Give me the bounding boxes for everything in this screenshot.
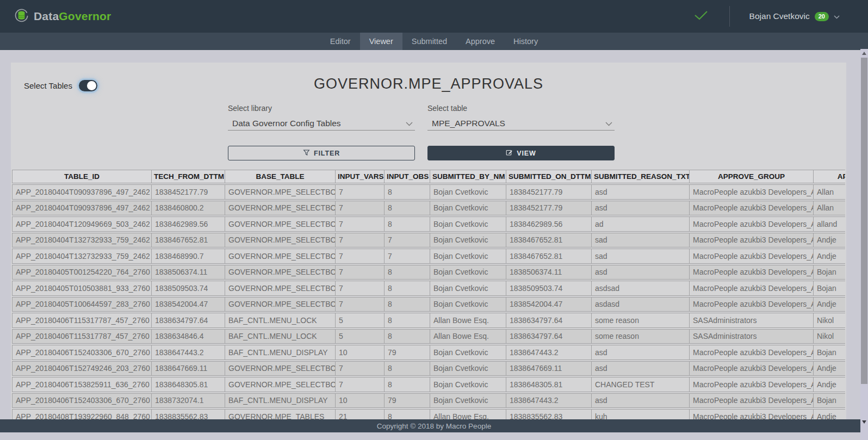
brand-logo[interactable]: DataGovernor — [14, 8, 111, 25]
table-cell: 7 — [335, 297, 384, 312]
funnel-icon — [303, 149, 310, 158]
table-row[interactable]: APP_20180406T152749246_203_2760183864766… — [12, 361, 845, 376]
table-cell: Nikol — [813, 329, 845, 344]
scroll-up-arrow-icon[interactable] — [862, 52, 866, 55]
table-cell: Bojan — [813, 345, 845, 360]
table-cell: sad — [591, 249, 689, 264]
table-cell: 1838509503.74 — [151, 281, 225, 296]
table-cell: Allan — [813, 201, 845, 216]
table-cell: MacroPeople azukbi3 Developers_A — [689, 393, 813, 408]
table-cell: BAF_CNTL.MENU_LOCK — [225, 329, 335, 344]
table-cell: APP_20180406T115317787_457_2760 — [12, 313, 151, 328]
tab-history[interactable]: History — [504, 33, 547, 50]
column-header: APPROVE_GROUP — [689, 170, 813, 183]
table-row[interactable]: APP_20180406T152403306_670_2760183864744… — [12, 345, 845, 360]
table-cell: ad — [591, 216, 689, 232]
table-cell: 1838467652.81 — [151, 233, 225, 248]
filter-button[interactable]: FILTER — [228, 146, 415, 160]
table-cell: asd — [591, 201, 689, 216]
table-cell: 1838506374.11 — [506, 265, 591, 280]
table-cell: sad — [591, 233, 689, 248]
table-cell: MacroPeople azukbi3 Developers_A — [689, 361, 813, 376]
tab-submitted[interactable]: Submitted — [402, 33, 456, 50]
table-cell: 8 — [384, 201, 430, 216]
table-row[interactable]: APP_20180406T152403306_670_2760183873207… — [12, 393, 845, 408]
table-cell: CHANGED TEST — [591, 377, 689, 392]
table-cell: 1838542004.47 — [506, 297, 591, 312]
table-cell: APP_20180406T152403306_670_2760 — [12, 393, 151, 408]
table-cell: 8 — [384, 313, 430, 328]
table-row[interactable]: APP_20180406T153825911_636_2760183864830… — [12, 377, 845, 392]
table-cell: 1838452177.79 — [506, 184, 591, 200]
table-cell: MacroPeople azukbi3 Developers_A — [689, 265, 813, 280]
table-cell: Bojan Cvetkovic — [430, 361, 506, 376]
table-cell: MacroPeople azukbi3 Developers_A — [689, 249, 813, 264]
table-row[interactable]: APP_20180405T100644597_283_2760183854200… — [12, 297, 845, 312]
table-cell: Andje — [813, 297, 845, 312]
table-row[interactable]: APP_20180404T120949669_503_2462183846298… — [12, 216, 845, 232]
database-icon — [14, 8, 29, 25]
data-table-wrap: TABLE_IDTECH_FROM_DTTMBASE_TABLEINPUT_VA… — [12, 169, 845, 425]
table-cell: Andje — [813, 249, 845, 264]
table-row[interactable]: APP_20180404T090937896_497_2462183846080… — [12, 201, 845, 216]
table-row[interactable]: APP_20180405T001254220_764_2760183850637… — [12, 265, 845, 280]
table-select[interactable]: MPE_APPROVALS — [427, 116, 615, 131]
tab-viewer[interactable]: Viewer — [360, 33, 402, 50]
tab-editor[interactable]: Editor — [321, 33, 360, 50]
check-icon — [693, 10, 709, 23]
scroll-down-arrow-icon[interactable] — [862, 420, 866, 424]
table-row[interactable]: APP_20180406T115317787_457_2760183863484… — [12, 329, 845, 344]
table-row[interactable]: APP_20180404T090937896_497_2462183845217… — [12, 184, 845, 200]
table-row[interactable]: APP_20180405T010503881_933_2760183850950… — [12, 281, 845, 296]
table-row[interactable]: APP_20180404T132732933_759_2462183846899… — [12, 249, 845, 264]
table-cell: MacroPeople azukbi3 Developers_A — [689, 233, 813, 248]
table-cell: APP_20180406T152403306_670_2760 — [12, 345, 151, 360]
library-select-label: Select library — [228, 104, 415, 113]
table-cell: MacroPeople azukbi3 Developers_A — [689, 184, 813, 200]
table-cell: GOVERNOR.MPE_SELECTBOX — [225, 297, 335, 312]
table-cell: 5 — [335, 329, 384, 344]
table-cell: APP_20180406T152749246_203_2760 — [12, 361, 151, 376]
table-cell: 1838634797.64 — [506, 329, 591, 344]
page-scrollbar — [860, 49, 868, 440]
chevron-down-icon — [834, 11, 840, 21]
table-cell: Bojan Cvetkovic — [430, 184, 506, 200]
table-cell: asdsad — [591, 281, 689, 296]
nav-bar: EditorViewerSubmittedApproveHistory — [0, 33, 868, 50]
table-cell: GOVERNOR.MPE_SELECTBOX — [225, 201, 335, 216]
viewer-card: Select Tables GOVERNOR.MPE_APPROVALS Sel… — [11, 63, 846, 430]
table-cell: asd — [591, 265, 689, 280]
edit-square-icon — [506, 149, 513, 158]
table-cell: 7 — [335, 361, 384, 376]
table-cell: 7 — [335, 377, 384, 392]
table-cell: 10 — [335, 393, 384, 408]
table-cell: MacroPeople azukbi3 Developers_A — [689, 297, 813, 312]
table-cell: 7 — [335, 201, 384, 216]
table-cell: 1838467652.81 — [506, 249, 591, 264]
column-header: APPROVED_BY_NM — [813, 170, 845, 183]
table-cell: 1838452177.79 — [151, 184, 225, 200]
table-cell: alland — [813, 216, 845, 232]
library-select-value: Data Governor Config Tables — [232, 119, 406, 128]
table-cell: asd — [591, 393, 689, 408]
view-button[interactable]: VIEW — [427, 146, 615, 160]
library-select[interactable]: Data Governor Config Tables — [228, 116, 415, 131]
table-cell: Bojan Cvetkovic — [430, 393, 506, 408]
user-name: Bojan Cvetkovic — [749, 11, 810, 21]
scrollbar-thumb[interactable] — [861, 58, 867, 384]
table-cell: 1838647443.2 — [506, 345, 591, 360]
page-title: GOVERNOR.MPE_APPROVALS — [11, 76, 846, 92]
table-cell: 10 — [335, 345, 384, 360]
user-menu[interactable]: Bojan Cvetkovic 20 — [749, 11, 840, 21]
table-row[interactable]: APP_20180406T115317787_457_2760183863479… — [12, 313, 845, 328]
table-cell: 8 — [384, 184, 430, 200]
tab-approve[interactable]: Approve — [456, 33, 504, 50]
column-header: TECH_FROM_DTTM — [151, 170, 225, 183]
chevron-down-icon — [406, 119, 413, 128]
table-row[interactable]: APP_20180404T132732933_759_2462183846765… — [12, 233, 845, 248]
table-select-field: Select table MPE_APPROVALS — [427, 104, 615, 131]
table-cell: 8 — [384, 297, 430, 312]
table-cell: 7 — [384, 233, 430, 248]
table-cell: 1838462989.56 — [506, 216, 591, 232]
topbar-divider — [729, 6, 730, 27]
